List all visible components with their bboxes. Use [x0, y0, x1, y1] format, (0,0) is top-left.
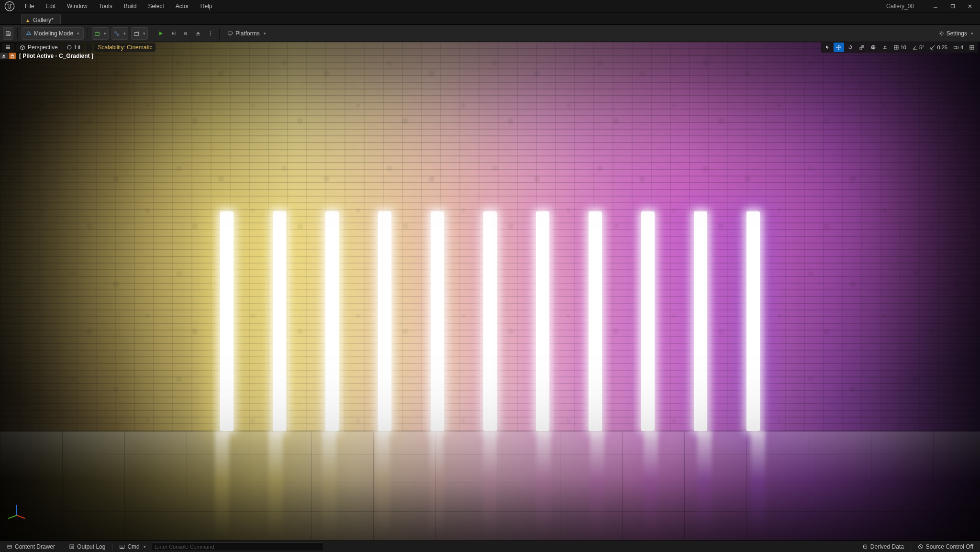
- move-icon: [836, 44, 842, 50]
- grid-snap-value: 10: [901, 44, 906, 50]
- scale-mode-button[interactable]: [857, 43, 867, 52]
- svg-rect-12: [228, 32, 233, 34]
- neon-tube-reflection: [376, 431, 390, 541]
- window-minimize-button[interactable]: [928, 1, 943, 11]
- menu-edit[interactable]: Edit: [40, 1, 61, 11]
- svg-point-25: [863, 545, 867, 546]
- neon-tube: [483, 211, 497, 431]
- platforms-label: Platforms: [235, 30, 260, 37]
- derived-data-button[interactable]: Derived Data: [858, 542, 908, 551]
- terminal-icon: [119, 544, 125, 550]
- level-tab-label: Gallery*: [33, 17, 54, 23]
- neon-tube: [273, 211, 286, 431]
- menu-file[interactable]: File: [19, 1, 40, 11]
- output-log-button[interactable]: Output Log: [65, 542, 109, 551]
- grid-icon: [893, 44, 899, 50]
- console-command-input[interactable]: Enter Console Command: [152, 542, 324, 551]
- statusbar: Content Drawer Output Log Cmd Enter Cons…: [0, 541, 980, 552]
- camera-icon: [953, 44, 959, 50]
- grid-snap-toggle[interactable]: 10: [891, 43, 909, 52]
- viewport-camera-dropdown[interactable]: Perspective: [16, 43, 61, 52]
- neon-tube-reflection: [536, 431, 551, 541]
- svg-point-0: [5, 1, 14, 11]
- cmd-type-dropdown[interactable]: Cmd: [115, 542, 149, 551]
- rotation-snap-toggle[interactable]: 5°: [910, 43, 927, 52]
- surface-snap-toggle[interactable]: [880, 43, 890, 52]
- window-close-button[interactable]: [963, 1, 977, 11]
- menu-icon: [5, 44, 11, 50]
- camera-speed-control[interactable]: 4: [951, 43, 966, 52]
- play-options-button[interactable]: [206, 27, 215, 40]
- level-tab-row: ▲ Gallery*: [0, 12, 980, 25]
- save-icon: [5, 31, 11, 36]
- source-control-label: Source Control Off: [926, 543, 973, 550]
- window-maximize-button[interactable]: [946, 1, 960, 11]
- source-control-button[interactable]: Source Control Off: [914, 542, 977, 551]
- viewport-maximize-toggle[interactable]: [967, 43, 977, 52]
- console-command-placeholder: Enter Console Command: [155, 544, 214, 550]
- settings-dropdown[interactable]: Settings: [935, 27, 977, 40]
- viewport-camera-label: Perspective: [28, 44, 58, 51]
- unreal-logo-icon: [0, 0, 19, 12]
- content-drawer-button[interactable]: Content Drawer: [3, 542, 59, 551]
- coord-space-toggle[interactable]: [868, 43, 879, 52]
- save-button[interactable]: [3, 27, 13, 40]
- viewport-options-button[interactable]: [2, 43, 14, 52]
- menu-actor[interactable]: Actor: [170, 1, 195, 11]
- translate-mode-button[interactable]: [834, 43, 844, 52]
- rotate-mode-button[interactable]: [845, 43, 856, 52]
- main-toolbar: Modeling Mode Platforms: [0, 25, 980, 42]
- svg-point-14: [67, 45, 71, 49]
- sphere-icon: [67, 44, 72, 50]
- menu-build[interactable]: Build: [118, 1, 143, 11]
- viewport-lit-dropdown[interactable]: Lit: [63, 43, 84, 52]
- svg-rect-8: [196, 34, 200, 35]
- cmd-type-label: Cmd: [127, 543, 139, 550]
- viewport-scalability-dropdown[interactable]: Scalability: Cinematic: [94, 43, 156, 52]
- clapper-icon: [134, 31, 139, 36]
- scale-snap-icon: [930, 44, 935, 50]
- svg-rect-20: [2, 57, 5, 57]
- stop-button[interactable]: [181, 27, 190, 40]
- rotation-snap-value: 5°: [919, 44, 924, 50]
- scene-render: [0, 42, 980, 541]
- eject-small-icon: [1, 53, 7, 59]
- pilot-active-bar: [ Pilot Active - C_Gradient ]: [0, 53, 93, 59]
- viewport[interactable]: Perspective Lit Scalability: Cinematic: [0, 42, 980, 541]
- viewport-lit-label: Lit: [75, 44, 81, 51]
- platforms-dropdown[interactable]: Platforms: [223, 27, 270, 40]
- angle-icon: [912, 44, 918, 50]
- svg-rect-5: [134, 33, 139, 35]
- neon-tube: [694, 211, 707, 431]
- svg-point-3: [115, 31, 116, 33]
- viewport-top-toolbar: Perspective Lit Scalability: Cinematic: [0, 42, 980, 53]
- project-name: Gallery_00: [875, 3, 925, 10]
- play-button[interactable]: [156, 27, 166, 40]
- settings-label: Settings: [947, 30, 967, 37]
- menu-tools[interactable]: Tools: [93, 1, 118, 11]
- viewport-show-dropdown[interactable]: [86, 43, 92, 52]
- svg-rect-1: [951, 4, 955, 8]
- play-step-button[interactable]: [168, 27, 178, 40]
- add-content-dropdown[interactable]: [92, 27, 109, 40]
- pilot-stop-button[interactable]: [0, 53, 8, 59]
- cinematics-dropdown[interactable]: [131, 27, 148, 40]
- neon-tube-reflection: [697, 431, 712, 541]
- stop-icon: [183, 31, 189, 36]
- svg-rect-23: [70, 545, 74, 549]
- menu-select[interactable]: Select: [142, 1, 169, 11]
- editor-mode-dropdown[interactable]: Modeling Mode: [22, 27, 84, 40]
- blueprints-dropdown[interactable]: [111, 27, 128, 40]
- pilot-lock-button[interactable]: [9, 53, 16, 59]
- level-tab[interactable]: ▲ Gallery*: [21, 14, 61, 24]
- menu-window[interactable]: Window: [61, 1, 93, 11]
- menu-help[interactable]: Help: [195, 1, 218, 11]
- platforms-icon: [227, 31, 233, 36]
- neon-tube-reflection: [751, 431, 765, 541]
- select-mode-button[interactable]: [822, 43, 833, 52]
- svg-point-9: [210, 31, 211, 32]
- cursor-icon: [824, 44, 830, 50]
- scale-snap-toggle[interactable]: 0.25: [927, 43, 949, 52]
- eject-button[interactable]: [193, 27, 203, 40]
- scale-icon: [859, 44, 865, 50]
